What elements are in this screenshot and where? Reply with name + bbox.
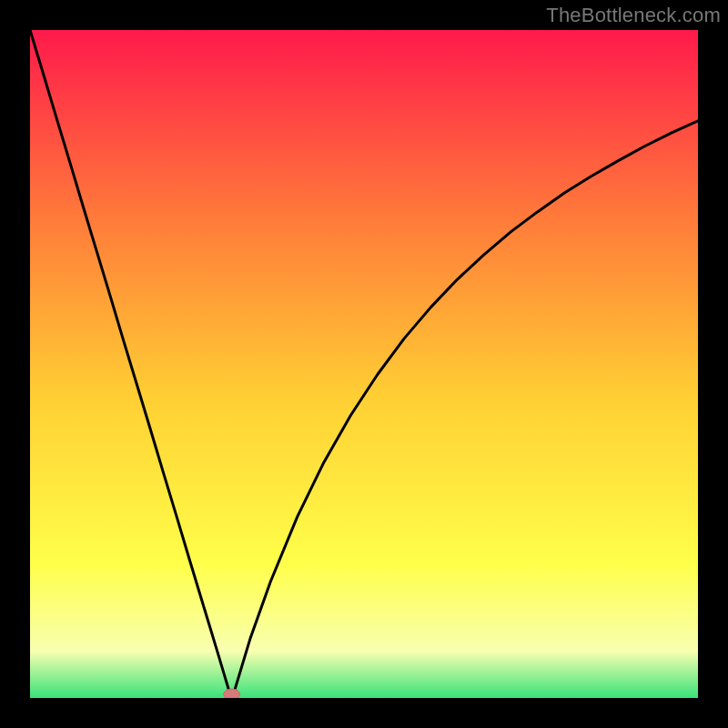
chart-svg	[30, 30, 698, 698]
watermark-text: TheBottleneck.com	[546, 4, 721, 27]
optimum-marker	[224, 689, 240, 698]
chart-frame: TheBottleneck.com	[0, 0, 728, 728]
plot-area	[30, 30, 698, 698]
